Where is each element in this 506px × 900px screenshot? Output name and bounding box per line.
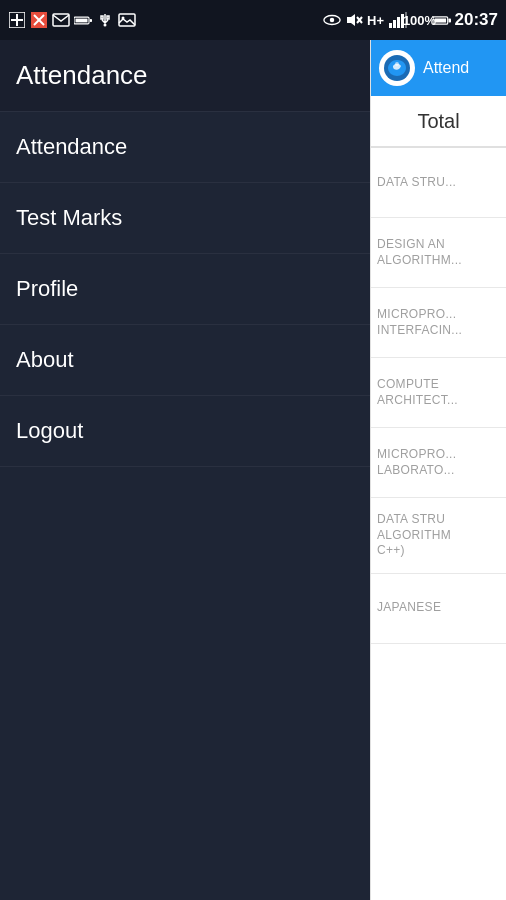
subject-name-data-structures: DATA STRU...: [377, 175, 456, 191]
sidebar-header: Attendance: [0, 40, 370, 112]
image-icon: [118, 11, 136, 29]
sidebar-item-about[interactable]: About: [0, 325, 370, 396]
sidebar-label-logout: Logout: [16, 418, 83, 443]
close-icon: [30, 11, 48, 29]
subject-name-microprocessor-lab: MICROPRO...LABORATO...: [377, 447, 456, 478]
app-name: Attend: [423, 59, 469, 77]
sidebar-item-profile[interactable]: Profile: [0, 254, 370, 325]
attendance-table: Total DATA STRU... DESIGN ANALGORITHM...…: [371, 96, 506, 900]
total-header: Total: [371, 96, 506, 148]
status-bar: H+ 100% 20:37: [0, 0, 506, 40]
sidebar-item-test-marks[interactable]: Test Marks: [0, 183, 370, 254]
svg-marker-15: [347, 14, 355, 26]
svg-point-27: [395, 62, 399, 66]
battery-status-icon: [74, 11, 92, 29]
time-display: 20:37: [455, 10, 498, 30]
svg-rect-9: [90, 19, 92, 22]
sidebar-item-attendance[interactable]: Attendance: [0, 112, 370, 183]
sidebar-menu: Attendance Test Marks Profile About Logo…: [0, 112, 370, 900]
subject-row-data-structures: DATA STRU...: [371, 148, 506, 218]
subject-row-data-structures-cpp: DATA STRUALGORITHMC++): [371, 498, 506, 574]
sidebar-label-attendance: Attendance: [16, 134, 127, 159]
subject-name-microprocessor-interfacing: MICROPRO...INTERFACIN...: [377, 307, 462, 338]
sidebar-label-test-marks: Test Marks: [16, 205, 122, 230]
subject-name-computer-architecture: COMPUTEARCHITECT...: [377, 377, 458, 408]
app-logo: [379, 50, 415, 86]
subject-row-microprocessor-lab: MICROPRO...LABORATO...: [371, 428, 506, 498]
sidebar: Attendance Attendance Test Marks Profile…: [0, 40, 370, 900]
svg-rect-8: [76, 18, 88, 22]
sidebar-label-profile: Profile: [16, 276, 78, 301]
subject-name-japanese: JAPANESE: [377, 600, 441, 616]
svg-rect-18: [389, 23, 392, 28]
subject-row-microprocessor-interfacing: MICROPRO...INTERFACIN...: [371, 288, 506, 358]
main-container: Attendance Attendance Test Marks Profile…: [0, 40, 506, 900]
subject-row-design-algorithms: DESIGN ANALGORITHM...: [371, 218, 506, 288]
svg-rect-19: [393, 20, 396, 28]
email-icon: [52, 11, 70, 29]
status-bar-icons: [8, 11, 136, 29]
subject-row-japanese: JAPANESE: [371, 574, 506, 644]
right-panel-topbar: Attend: [371, 40, 506, 96]
svg-rect-20: [397, 17, 400, 28]
svg-rect-24: [434, 18, 445, 22]
svg-point-10: [104, 24, 107, 27]
sidebar-title: Attendance: [16, 60, 148, 90]
svg-rect-1: [11, 19, 23, 21]
add-icon: [8, 11, 26, 29]
svg-point-14: [329, 18, 334, 23]
subject-name-data-structures-cpp: DATA STRUALGORITHMC++): [377, 512, 451, 559]
hplus-icon: H+: [367, 11, 385, 29]
battery-icon: [433, 11, 451, 29]
subject-name-design-algorithms: DESIGN ANALGORITHM...: [377, 237, 462, 268]
sidebar-label-about: About: [16, 347, 74, 372]
usb-icon: [96, 11, 114, 29]
svg-rect-25: [448, 18, 450, 22]
status-bar-right: H+ 100% 20:37: [323, 10, 498, 30]
sidebar-item-logout[interactable]: Logout: [0, 396, 370, 467]
svg-rect-6: [53, 14, 69, 26]
mute-icon: [345, 11, 363, 29]
right-panel: Attend Total DATA STRU... DESIGN ANALGOR…: [370, 40, 506, 900]
eye-icon: [323, 11, 341, 29]
subject-row-computer-architecture: COMPUTEARCHITECT...: [371, 358, 506, 428]
battery-percent: 100%: [411, 11, 429, 29]
total-label: Total: [417, 110, 459, 133]
